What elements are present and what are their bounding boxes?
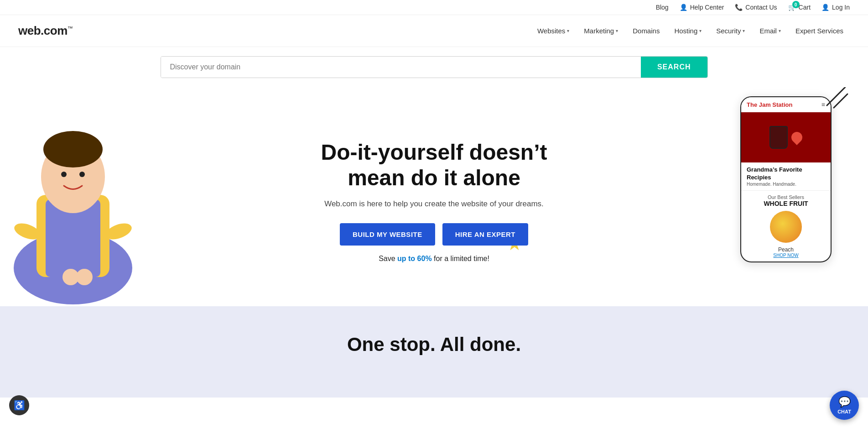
shop-now-link[interactable]: SHOP NOW [747,253,825,258]
svg-point-4 [43,131,103,167]
fruit-label: Peach [747,246,825,253]
nav-item-email[interactable]: Email ▾ [753,23,787,38]
search-section: SEARCH [0,47,868,87]
chevron-down-icon: ▾ [567,28,569,33]
hero-title: Do-it-yourself doesn’t mean do it alone [297,140,571,190]
chat-icon: 💬 [838,396,851,398]
phone-heading: Grandma’s Favorite Recipies [747,166,825,182]
nav-label-domains: Domains [633,27,660,35]
phone-best-sellers: Our Best Sellers WHOLE FRUIT Peach SHOP … [741,190,831,262]
jam-jar [769,126,788,149]
nav-item-hosting[interactable]: Hosting ▾ [668,23,708,38]
account-icon: 👤 [821,4,829,11]
phone-icon: 📞 [735,4,743,11]
save-prefix: Save [379,255,397,262]
main-nav: Websites ▾ Marketing ▾ Domains Hosting ▾… [531,23,850,38]
phone-brand: The Jam Station [747,101,792,108]
nav-label-marketing: Marketing [584,27,614,35]
logo-text: web.com [18,24,68,37]
svg-point-5 [61,172,67,177]
bottom-title: One stop. All done. [18,334,850,356]
nav-label-hosting: Hosting [674,27,697,35]
save-suffix: for a limited time! [432,255,489,262]
cart-badge: 0 [792,1,800,8]
phone-product-text: Grandma’s Favorite Recipies Homemade. Ha… [741,162,831,190]
nav-label-security: Security [716,27,741,35]
nav-label-expert-services: Expert Services [795,27,843,35]
nav-item-marketing[interactable]: Marketing ▾ [577,23,624,38]
login-link[interactable]: 👤 Log In [821,4,850,11]
nav-item-websites[interactable]: Websites ▾ [531,23,576,38]
build-website-button[interactable]: BUILD MY WEBSITE [340,223,435,246]
phone-frame: The Jam Station ≡ Grandma’s Favorite Rec… [740,96,832,262]
nav-label-email: Email [759,27,777,35]
chevron-down-icon: ▾ [616,28,618,33]
hero-phone-mockup: The Jam Station ≡ Grandma’s Favorite Rec… [740,96,841,262]
logo-sup: ™ [68,25,73,31]
cart-label: Cart [799,4,811,11]
strawberry-decoration [789,130,805,145]
hero-content: Do-it-yourself doesn’t mean do it alone … [297,140,571,262]
blog-link[interactable]: Blog [656,4,669,11]
search-button[interactable]: SEARCH [641,57,707,78]
chevron-down-icon: ▾ [699,28,702,33]
help-center-label: Help Center [690,4,724,11]
nav-item-expert-services[interactable]: Expert Services [789,23,850,38]
svg-line-11 [827,87,845,105]
header: web.com™ Websites ▾ Marketing ▾ Domains … [0,15,868,47]
bottom-section: One stop. All done. [0,306,868,398]
person-illustration [0,94,146,304]
top-bar: Blog 👤 Help Center 📞 Contact Us 🛒 0 Cart… [0,0,868,15]
search-wrap: SEARCH [161,56,708,78]
hero-person [0,94,146,306]
hero-buttons: BUILD MY WEBSITE HIRE AN EXPERT [297,223,571,246]
help-center-link[interactable]: 👤 Help Center [680,4,724,11]
login-label: Log In [832,4,850,11]
hire-expert-button[interactable]: HIRE AN EXPERT [442,223,528,246]
logo[interactable]: web.com™ [18,24,73,38]
contact-us-link[interactable]: 📞 Contact Us [735,4,777,11]
cart-icon-wrap: 🛒 0 [788,4,796,11]
chevron-down-icon: ▾ [743,28,745,33]
best-sellers-title: WHOLE FRUIT [747,200,825,207]
search-input[interactable] [161,57,641,78]
phone-subheading: Homemade. Handmade. [747,182,825,187]
jam-image [741,112,831,162]
blog-label: Blog [656,4,669,11]
hero-save-text: Save up to 60% for a limited time! [297,255,571,263]
nav-item-domains[interactable]: Domains [626,23,666,38]
nav-item-security[interactable]: Security ▾ [710,23,751,38]
fruit-image [770,211,802,243]
hero-subtitle: Web.com is here to help you create the w… [297,199,571,209]
decorative-squiggles [822,87,850,110]
svg-point-6 [79,172,85,177]
svg-point-10 [76,269,93,285]
nav-label-websites: Websites [537,27,565,35]
person-icon: 👤 [680,4,687,11]
phone-header: The Jam Station ≡ [741,97,831,112]
hero-section: Do-it-yourself doesn’t mean do it alone … [0,87,868,306]
save-highlight: up to 60% [397,255,432,262]
cart-link[interactable]: 🛒 0 Cart [788,4,811,11]
contact-us-label: Contact Us [745,4,777,11]
chevron-down-icon: ▾ [779,28,781,33]
best-sellers-label: Our Best Sellers [747,194,825,200]
